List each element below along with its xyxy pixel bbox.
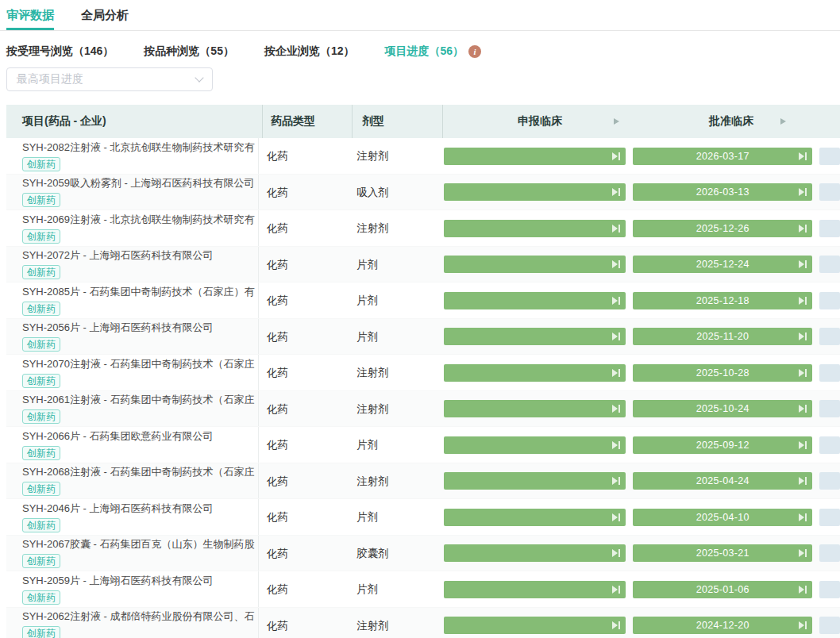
project-name-link[interactable]: SYH-2070注射液 - 石药集团中奇制药技术（石家庄 <box>22 357 258 371</box>
step-forward-icon <box>799 292 807 309</box>
project-name-link[interactable]: SYH-2061注射液 - 石药集团中奇制药技术（石家庄 <box>22 393 258 407</box>
declare-clinical-cell <box>437 499 629 535</box>
tab-review-data[interactable]: 审评数据 <box>6 8 54 30</box>
declare-clinical-progress-bar[interactable] <box>444 472 626 490</box>
next-stage-cell <box>815 355 840 390</box>
stage-forward-arrow-icon[interactable] <box>780 118 786 125</box>
select-placeholder: 最高项目进度 <box>17 72 83 86</box>
project-name-link[interactable]: SYH-2072片 - 上海翊石医药科技有限公司 <box>22 248 258 263</box>
project-name-link[interactable]: SYH-2059片 - 上海翊石医药科技有限公司 <box>22 574 258 588</box>
subtab-project-progress[interactable]: 项目进度（56） <box>385 44 464 59</box>
approve-clinical-progress-bar[interactable]: 2025-10-24 <box>633 400 812 417</box>
declare-clinical-progress-bar[interactable] <box>444 292 626 309</box>
approve-clinical-progress-bar[interactable]: 2025-11-20 <box>633 328 812 345</box>
approve-clinical-date: 2025-12-26 <box>696 223 749 234</box>
subtab-by-variety[interactable]: 按品种浏览（55） <box>144 44 234 59</box>
step-forward-icon <box>799 256 807 273</box>
drug-type-cell: 化药 <box>259 391 348 427</box>
subtab-by-enterprise[interactable]: 按企业浏览（12） <box>264 44 355 59</box>
next-stage-bar-partial[interactable] <box>819 472 840 490</box>
table-row: SYH-2069注射液 - 北京抗创联生物制药技术研究有 创新药 化药 注射剂 … <box>6 210 840 247</box>
info-icon[interactable]: i <box>468 45 481 58</box>
next-stage-bar-partial[interactable] <box>819 581 840 598</box>
declare-clinical-progress-bar[interactable] <box>444 544 626 562</box>
declare-clinical-progress-bar[interactable] <box>444 183 626 201</box>
project-name-link[interactable]: SYH-2066片 - 石药集团欧意药业有限公司 <box>22 429 258 444</box>
approve-clinical-progress-bar[interactable]: 2024-12-20 <box>633 617 812 634</box>
col-header-approve-clinical: 批准临床 <box>637 105 826 138</box>
drug-type-cell: 化药 <box>259 463 348 499</box>
innovative-drug-badge: 创新药 <box>22 554 60 568</box>
declare-clinical-progress-bar[interactable] <box>444 364 626 382</box>
table-row: SYH-2067胶囊 - 石药集团百克（山东）生物制药股 创新药 化药 胶囊剂 … <box>6 536 840 572</box>
next-stage-bar-partial[interactable] <box>819 183 840 201</box>
approve-clinical-date: 2024-12-20 <box>696 620 749 631</box>
col-header-project: 项目(药品 - 企业) <box>6 105 262 138</box>
tab-global-analysis[interactable]: 全局分析 <box>81 8 129 30</box>
next-stage-bar-partial[interactable] <box>819 292 840 309</box>
approve-clinical-progress-bar[interactable]: 2025-04-10 <box>633 509 812 526</box>
declare-clinical-progress-bar[interactable] <box>444 328 626 345</box>
dosage-form-cell: 注射剂 <box>347 138 437 174</box>
next-stage-bar-partial[interactable] <box>819 364 840 382</box>
approve-clinical-progress-bar[interactable]: 2025-12-18 <box>633 292 812 309</box>
next-stage-bar-partial[interactable] <box>819 256 840 273</box>
table-row: SYH-2068注射液 - 石药集团中奇制药技术（石家庄 创新药 化药 注射剂 … <box>6 463 840 500</box>
dosage-form-cell: 片剂 <box>347 427 437 463</box>
next-stage-cell <box>815 319 840 355</box>
approve-clinical-progress-bar[interactable]: 2026-03-17 <box>633 148 812 165</box>
project-name-link[interactable]: SYH-2068注射液 - 石药集团中奇制药技术（石家庄 <box>22 465 258 479</box>
declare-clinical-progress-bar[interactable] <box>444 400 626 417</box>
approve-clinical-progress-bar[interactable]: 2025-12-24 <box>633 256 812 273</box>
drug-type-cell: 化药 <box>259 247 348 282</box>
max-progress-select[interactable]: 最高项目进度 <box>6 67 213 91</box>
declare-clinical-progress-bar[interactable] <box>444 436 626 454</box>
next-stage-bar-partial[interactable] <box>819 148 840 165</box>
declare-clinical-progress-bar[interactable] <box>444 220 626 237</box>
project-name-link[interactable]: SYH-2062注射液 - 成都倍特药业股份有限公司、石 <box>22 609 258 624</box>
approve-clinical-progress-bar[interactable]: 2025-10-28 <box>633 364 812 382</box>
next-stage-cell <box>815 608 840 638</box>
approve-clinical-progress-bar[interactable]: 2026-03-13 <box>633 183 812 201</box>
step-forward-icon <box>799 544 807 562</box>
declare-clinical-progress-bar[interactable] <box>444 256 626 273</box>
innovative-drug-badge: 创新药 <box>22 229 60 244</box>
project-name-link[interactable]: SYH-2059吸入粉雾剂 - 上海翊石医药科技有限公司 <box>22 176 258 190</box>
next-stage-bar-partial[interactable] <box>819 617 840 634</box>
sub-navigation: 按受理号浏览（146） 按品种浏览（55） 按企业浏览（12） 项目进度（56）… <box>6 44 840 59</box>
subtab-by-acceptance-number[interactable]: 按受理号浏览（146） <box>6 44 114 59</box>
approve-clinical-progress-bar[interactable]: 2025-09-12 <box>633 436 812 454</box>
declare-clinical-cell <box>437 282 629 318</box>
declare-clinical-progress-bar[interactable] <box>444 581 626 598</box>
project-name-link[interactable]: SYH-2082注射液 - 北京抗创联生物制药技术研究有 <box>22 140 258 155</box>
project-name-link[interactable]: SYH-2056片 - 上海翊石医药科技有限公司 <box>22 321 258 335</box>
next-stage-bar-partial[interactable] <box>819 328 840 345</box>
next-stage-bar-partial[interactable] <box>819 544 840 562</box>
step-forward-icon <box>799 183 807 201</box>
project-cell: SYH-2072片 - 上海翊石医药科技有限公司 创新药 <box>6 247 259 282</box>
declare-clinical-progress-bar[interactable] <box>444 148 626 165</box>
approve-clinical-progress-bar[interactable]: 2025-04-24 <box>633 472 812 490</box>
table-row: SYH-2082注射液 - 北京抗创联生物制药技术研究有 创新药 化药 注射剂 … <box>6 138 840 175</box>
next-stage-bar-partial[interactable] <box>819 220 840 237</box>
next-stage-bar-partial[interactable] <box>819 509 840 526</box>
project-name-link[interactable]: SYH-2067胶囊 - 石药集团百克（山东）生物制药股 <box>22 537 258 552</box>
table-row: SYH-2056片 - 上海翊石医药科技有限公司 创新药 化药 片剂 2025-… <box>6 319 840 356</box>
table-row: SYH-2046片 - 上海翊石医药科技有限公司 创新药 化药 片剂 2025-… <box>6 499 840 536</box>
approve-clinical-progress-bar[interactable]: 2025-01-06 <box>633 581 812 598</box>
next-stage-bar-partial[interactable] <box>819 436 840 454</box>
next-stage-bar-partial[interactable] <box>819 400 840 417</box>
approve-clinical-cell: 2025-04-10 <box>628 499 815 535</box>
approve-clinical-progress-bar[interactable]: 2025-03-21 <box>633 544 812 562</box>
approve-clinical-progress-bar[interactable]: 2025-12-26 <box>633 220 812 237</box>
project-cell: SYH-2046片 - 上海翊石医药科技有限公司 创新药 <box>6 499 259 535</box>
declare-clinical-progress-bar[interactable] <box>444 509 626 526</box>
project-name-link[interactable]: SYH-2069注射液 - 北京抗创联生物制药技术研究有 <box>22 213 258 227</box>
project-name-link[interactable]: SYH-2085片 - 石药集团中奇制药技术（石家庄）有 <box>22 285 258 299</box>
stage-forward-arrow-icon[interactable] <box>614 118 619 125</box>
innovative-drug-badge: 创新药 <box>22 446 60 460</box>
declare-clinical-progress-bar[interactable] <box>444 617 626 634</box>
project-name-link[interactable]: SYH-2046片 - 上海翊石医药科技有限公司 <box>22 502 258 516</box>
col-header-declare-clinical: 申报临床 <box>442 105 637 138</box>
approve-clinical-date: 2025-09-12 <box>696 440 749 451</box>
